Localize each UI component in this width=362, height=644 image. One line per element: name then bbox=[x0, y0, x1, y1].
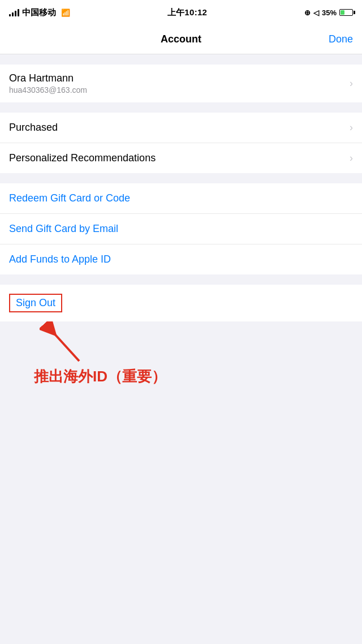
signal-icon bbox=[9, 8, 19, 16]
user-account-row[interactable]: Ora Hartmann hua430363@163.com › bbox=[0, 65, 362, 102]
section-gap-3 bbox=[0, 274, 362, 285]
status-right: ⊕ ◁ 35% bbox=[304, 8, 353, 17]
add-funds-label: Add Funds to Apple ID bbox=[9, 254, 111, 265]
add-funds-row[interactable]: Add Funds to Apple ID bbox=[0, 244, 362, 274]
purchased-row[interactable]: Purchased › bbox=[0, 113, 362, 143]
signout-label[interactable]: Sign Out bbox=[9, 294, 62, 312]
chevron-right-icon: › bbox=[350, 152, 353, 164]
personalized-recommendations-label: Personalized Recommendations bbox=[9, 152, 156, 164]
status-left: 中国移动 📶 bbox=[9, 7, 70, 18]
user-name: Ora Hartmann bbox=[9, 72, 87, 84]
user-email: hua430363@163.com bbox=[9, 85, 87, 95]
carrier-text: 中国移动 bbox=[22, 7, 56, 18]
chevron-right-icon: › bbox=[350, 122, 353, 134]
redeem-gift-card-row[interactable]: Redeem Gift Card or Code bbox=[0, 183, 362, 214]
chevron-right-icon: › bbox=[350, 78, 353, 89]
battery-percent: 35% bbox=[322, 8, 337, 17]
annotation-area: 推出海外ID（重要） bbox=[0, 321, 362, 412]
arrow-annotation-icon bbox=[40, 321, 85, 367]
menu-section: Purchased › Personalized Recommendations… bbox=[0, 113, 362, 173]
location-icon: ⊕ bbox=[304, 8, 311, 17]
send-gift-card-row[interactable]: Send Gift Card by Email bbox=[0, 214, 362, 244]
battery-icon bbox=[339, 9, 353, 16]
section-gap-2 bbox=[0, 173, 362, 183]
navigation-icon: ◁ bbox=[313, 8, 319, 17]
done-button[interactable]: Done bbox=[329, 33, 353, 45]
section-gap-1 bbox=[0, 102, 362, 113]
page-title: Account bbox=[161, 33, 201, 45]
status-bar: 中国移动 📶 上午10:12 ⊕ ◁ 35% bbox=[0, 0, 362, 25]
section-gap-top bbox=[0, 54, 362, 65]
personalized-recommendations-row[interactable]: Personalized Recommendations › bbox=[0, 143, 362, 173]
navigation-bar: Account Done bbox=[0, 25, 362, 54]
send-gift-card-label: Send Gift Card by Email bbox=[9, 223, 118, 235]
status-time: 上午10:12 bbox=[167, 7, 207, 18]
svg-line-1 bbox=[51, 330, 79, 361]
user-section: Ora Hartmann hua430363@163.com › bbox=[0, 65, 362, 102]
purchased-label: Purchased bbox=[9, 122, 58, 134]
user-info: Ora Hartmann hua430363@163.com bbox=[9, 72, 87, 95]
signout-row[interactable]: Sign Out bbox=[0, 285, 71, 321]
redeem-gift-card-label: Redeem Gift Card or Code bbox=[9, 192, 130, 204]
annotation-text: 推出海外ID（重要） bbox=[34, 367, 166, 387]
signout-section: Sign Out bbox=[0, 285, 362, 321]
wifi-icon: 📶 bbox=[61, 8, 70, 17]
action-section: Redeem Gift Card or Code Send Gift Card … bbox=[0, 183, 362, 274]
